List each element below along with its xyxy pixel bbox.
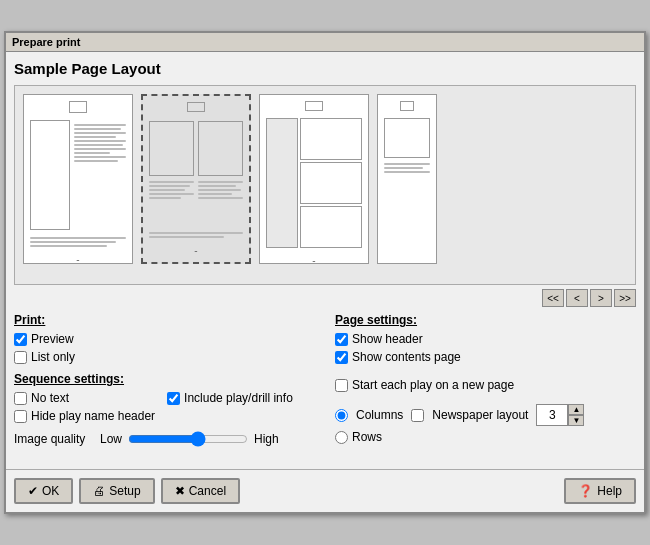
columns-up-button[interactable]: ▲ [568, 404, 584, 415]
newspaper-label: Newspaper layout [432, 408, 528, 422]
list-only-label: List only [31, 350, 75, 364]
help-button[interactable]: ❓ Help [564, 478, 636, 504]
include-drill-row: Include play/drill info [167, 391, 293, 405]
nav-last-button[interactable]: >> [614, 289, 636, 307]
show-contents-row: Show contents page [335, 350, 636, 364]
include-drill-label: Include play/drill info [184, 391, 293, 405]
rows-row: Rows [335, 430, 636, 444]
preview-label: Preview [31, 332, 74, 346]
nav-prev-button[interactable]: < [566, 289, 588, 307]
title-bar: Prepare print [6, 33, 644, 52]
image-quality-slider[interactable] [128, 431, 248, 447]
section-title: Sample Page Layout [14, 60, 636, 77]
hide-play-row: Hide play name header [14, 409, 155, 423]
setup-label: Setup [109, 484, 140, 498]
show-header-label: Show header [352, 332, 423, 346]
list-only-row: List only [14, 350, 315, 364]
settings-area: Print: Preview List only Sequence settin… [14, 313, 636, 453]
nav-first-button[interactable]: << [542, 289, 564, 307]
list-only-checkbox[interactable] [14, 351, 27, 364]
preview-row: Preview [14, 332, 315, 346]
preview-checkbox[interactable] [14, 333, 27, 346]
layout-card-4-partial[interactable] [377, 94, 437, 264]
layout-card-3[interactable]: - [259, 94, 369, 264]
columns-label: Columns [356, 408, 403, 422]
main-window: Prepare print Sample Page Layout [4, 31, 646, 514]
image-quality-label: Image quality [14, 432, 94, 446]
include-drill-checkbox[interactable] [167, 392, 180, 405]
layout-preview-area: - [14, 85, 636, 285]
footer: ✔ OK 🖨 Setup ✖ Cancel ❓ Help [6, 469, 644, 512]
no-text-row: No text [14, 391, 155, 405]
columns-row: Columns Newspaper layout 3 ▲ ▼ [335, 404, 636, 426]
rows-radio[interactable] [335, 431, 348, 444]
settings-right: Page settings: Show header Show contents… [325, 313, 636, 453]
setup-icon: 🖨 [93, 484, 105, 498]
start-each-play-row: Start each play on a new page [335, 378, 636, 392]
ok-icon: ✔ [28, 484, 38, 498]
columns-radio[interactable] [335, 409, 348, 422]
print-settings-label: Print: [14, 313, 315, 327]
cancel-icon: ✖ [175, 484, 185, 498]
start-each-play-checkbox[interactable] [335, 379, 348, 392]
nav-row: << < > >> [14, 289, 636, 307]
show-header-checkbox[interactable] [335, 333, 348, 346]
no-text-label: No text [31, 391, 69, 405]
help-icon: ❓ [578, 484, 593, 498]
setup-button[interactable]: 🖨 Setup [79, 478, 154, 504]
low-label: Low [100, 432, 122, 446]
hide-play-checkbox[interactable] [14, 410, 27, 423]
layout-card-1[interactable]: - [23, 94, 133, 264]
high-label: High [254, 432, 279, 446]
image-quality-row: Image quality Low High [14, 431, 315, 447]
start-each-play-label: Start each play on a new page [352, 378, 514, 392]
settings-left: Print: Preview List only Sequence settin… [14, 313, 325, 453]
ok-label: OK [42, 484, 59, 498]
help-label: Help [597, 484, 622, 498]
no-text-checkbox[interactable] [14, 392, 27, 405]
layout-card-2[interactable]: - [141, 94, 251, 264]
sequence-settings-label: Sequence settings: [14, 372, 315, 386]
ok-button[interactable]: ✔ OK [14, 478, 73, 504]
show-header-row: Show header [335, 332, 636, 346]
columns-spinner-group: ▲ ▼ [568, 404, 584, 426]
show-contents-checkbox[interactable] [335, 351, 348, 364]
cancel-button[interactable]: ✖ Cancel [161, 478, 240, 504]
nav-next-button[interactable]: > [590, 289, 612, 307]
window-title: Prepare print [12, 36, 80, 48]
page-settings-label: Page settings: [335, 313, 636, 327]
columns-down-button[interactable]: ▼ [568, 415, 584, 426]
footer-left-buttons: ✔ OK 🖨 Setup ✖ Cancel [14, 478, 240, 504]
rows-label: Rows [352, 430, 382, 444]
hide-play-label: Hide play name header [31, 409, 155, 423]
columns-value-input[interactable]: 3 [536, 404, 568, 426]
cancel-label: Cancel [189, 484, 226, 498]
newspaper-checkbox[interactable] [411, 409, 424, 422]
show-contents-label: Show contents page [352, 350, 461, 364]
